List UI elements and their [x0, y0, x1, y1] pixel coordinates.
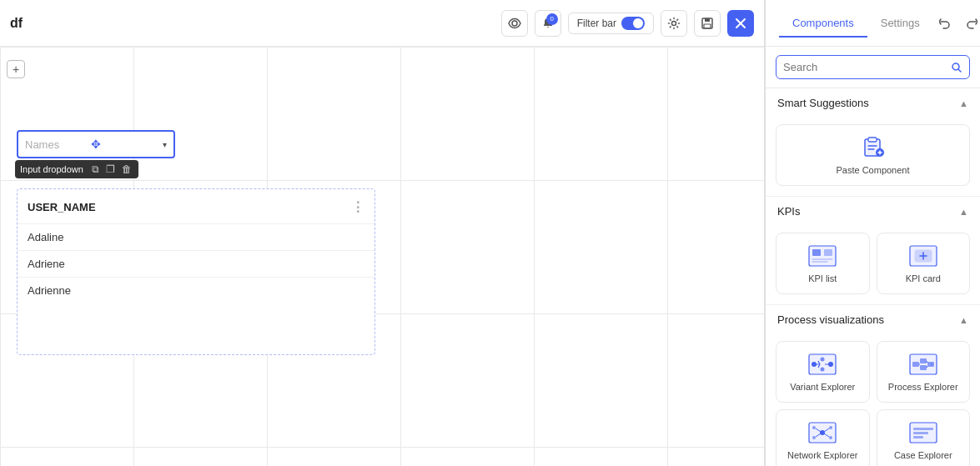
- move-cursor-icon: ✥: [91, 138, 101, 151]
- kpi-list-card[interactable]: KPI list: [776, 233, 870, 294]
- notification-badge: 0: [546, 13, 558, 25]
- svg-rect-11: [868, 138, 877, 142]
- svg-rect-3: [705, 18, 710, 22]
- table-row: Adaline: [18, 223, 374, 250]
- visibility-button[interactable]: [501, 10, 528, 37]
- process-explorer-card[interactable]: Process Explorer: [877, 341, 971, 403]
- tab-settings[interactable]: Settings: [867, 10, 933, 38]
- svg-rect-24: [912, 362, 919, 367]
- svg-point-33: [829, 436, 832, 439]
- chevron-up-icon: ▲: [959, 315, 968, 325]
- section-kpis: KPIs ▲ KPI list: [766, 197, 980, 305]
- table-row: Adrienne: [18, 277, 374, 303]
- kpis-label: KPIs: [777, 205, 800, 218]
- process-viz-grid: Variant Explorer: [776, 341, 970, 466]
- panel-header: Components Settings: [766, 0, 980, 47]
- svg-point-19: [812, 362, 817, 367]
- panel-undo-button[interactable]: [933, 12, 957, 35]
- canvas-topbar: df 0 Filter bar: [0, 0, 764, 47]
- toolbar-delete-icon[interactable]: 🗑: [120, 162, 133, 177]
- process-explorer-icon: [908, 352, 938, 377]
- process-viz-header[interactable]: Process visualizations ▲: [766, 305, 980, 334]
- variant-explorer-label: Variant Explorer: [790, 382, 855, 392]
- search-icon: [951, 62, 962, 73]
- search-container: [766, 47, 980, 88]
- column-header: USER_NAME: [28, 201, 96, 213]
- panel-tabs: Components Settings: [779, 10, 933, 37]
- variant-explorer-card[interactable]: Variant Explorer: [776, 341, 870, 403]
- svg-rect-25: [920, 358, 927, 363]
- dropdown-widget[interactable]: ✥ Names ▾: [17, 130, 175, 158]
- paste-component-card[interactable]: Paste Component: [776, 124, 970, 186]
- kpis-header[interactable]: KPIs ▲: [766, 197, 980, 226]
- kpi-list-label: KPI list: [808, 273, 837, 283]
- dropdown-arrow-icon: ▾: [163, 140, 167, 149]
- data-table: USER_NAME ⋮ Adaline Adriene Adrienne: [17, 188, 375, 355]
- more-options-icon[interactable]: ⋮: [351, 199, 364, 215]
- kpi-card-card[interactable]: KPI card: [877, 233, 971, 294]
- variant-explorer-icon: [807, 352, 837, 377]
- kpi-list-icon: [807, 243, 837, 268]
- network-explorer-card[interactable]: Network Explorer: [776, 409, 870, 466]
- settings-button[interactable]: [661, 10, 687, 37]
- data-table-header: USER_NAME ⋮: [18, 199, 374, 223]
- right-panel: Components Settings: [765, 0, 980, 466]
- smart-suggestions-label: Smart Suggestions: [777, 97, 869, 109]
- smart-suggestions-grid: Paste Component: [776, 124, 970, 186]
- process-viz-content: Variant Explorer: [766, 334, 980, 466]
- save-button[interactable]: [694, 10, 721, 37]
- svg-rect-36: [913, 432, 928, 434]
- close-button[interactable]: [727, 10, 754, 37]
- table-row: Adriene: [18, 250, 374, 277]
- case-explorer-icon: [908, 420, 938, 445]
- svg-point-31: [829, 426, 832, 429]
- tab-components[interactable]: Components: [779, 10, 867, 38]
- svg-point-30: [812, 426, 816, 429]
- canvas-content: + ✥ Names ▾ Input dropdown ⧉ ❐ 🗑 USER_NA…: [0, 47, 764, 466]
- filter-bar-label: Filter bar: [577, 18, 616, 29]
- kpi-card-icon: [908, 243, 938, 268]
- process-viz-label: Process visualizations: [777, 313, 884, 326]
- kpis-content: KPI list KPI card: [766, 226, 980, 304]
- dropdown-component: ✥ Names ▾ Input dropdown ⧉ ❐ 🗑: [17, 130, 175, 158]
- dropdown-toolbar: Input dropdown ⧉ ❐ 🗑: [15, 160, 138, 178]
- case-explorer-label: Case Explorer: [894, 450, 952, 460]
- smart-suggestions-content: Paste Component: [766, 118, 980, 196]
- toolbar-copy-icon[interactable]: ⧉: [90, 162, 101, 177]
- svg-rect-15: [824, 249, 832, 256]
- filter-bar-toggle[interactable]: Filter bar: [568, 13, 654, 34]
- notification-button[interactable]: 0: [535, 10, 561, 37]
- panel-scroll: Smart Suggestions ▲: [766, 88, 980, 466]
- svg-point-32: [812, 436, 816, 439]
- svg-point-20: [821, 358, 825, 362]
- svg-point-29: [820, 430, 825, 435]
- svg-rect-13: [809, 246, 836, 266]
- paste-component-label: Paste Component: [836, 165, 909, 175]
- panel-redo-button[interactable]: [960, 12, 980, 35]
- toolbar-duplicate-icon[interactable]: ❐: [104, 162, 117, 177]
- svg-rect-37: [913, 436, 923, 438]
- svg-point-0: [512, 21, 517, 26]
- svg-point-21: [821, 368, 825, 372]
- chevron-up-icon: ▲: [959, 98, 968, 108]
- paste-component-icon: [858, 135, 888, 160]
- section-smart-suggestions: Smart Suggestions ▲: [766, 88, 980, 197]
- search-input[interactable]: [783, 61, 946, 73]
- kpis-grid: KPI list KPI card: [776, 233, 970, 294]
- svg-rect-35: [913, 428, 933, 430]
- smart-suggestions-header[interactable]: Smart Suggestions ▲: [766, 88, 980, 118]
- add-component-button[interactable]: +: [7, 60, 25, 78]
- toolbar-component-label: Input dropdown: [20, 164, 83, 174]
- svg-point-22: [828, 362, 833, 367]
- network-explorer-icon: [807, 420, 837, 445]
- search-box: [776, 55, 970, 79]
- section-process-viz: Process visualizations ▲: [766, 305, 980, 466]
- kpi-card-label: KPI card: [906, 273, 941, 283]
- svg-rect-26: [920, 365, 927, 370]
- case-explorer-card[interactable]: Case Explorer: [877, 409, 971, 466]
- canvas-title: df: [10, 16, 23, 31]
- svg-point-1: [672, 21, 676, 25]
- chevron-up-icon: ▲: [959, 207, 968, 217]
- svg-rect-14: [812, 249, 821, 256]
- filter-bar-switch[interactable]: [621, 17, 645, 30]
